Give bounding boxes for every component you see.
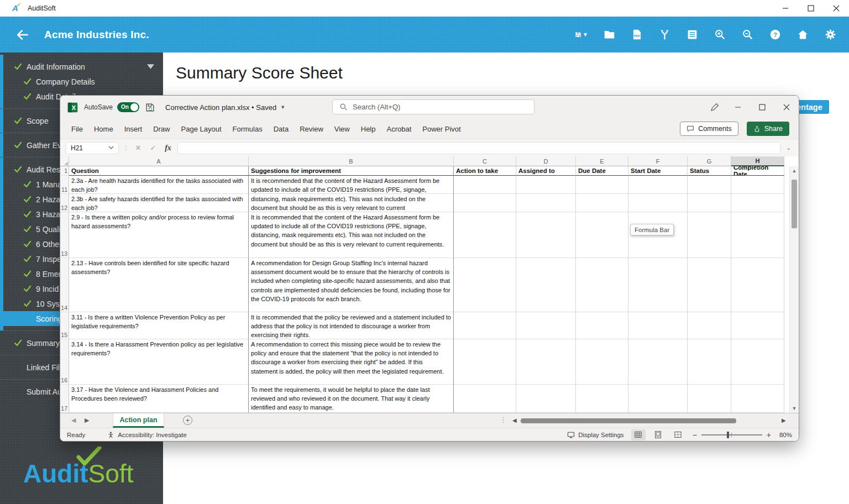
excel-maximize-button[interactable] (750, 96, 774, 119)
cell-F1[interactable]: Start Date (628, 166, 688, 176)
cell-D11[interactable] (516, 176, 576, 194)
cell-H11[interactable] (731, 176, 784, 194)
cell-E11[interactable] (576, 176, 628, 194)
merge-icon[interactable] (658, 28, 671, 41)
ribbon-tab-file[interactable]: File (66, 119, 88, 139)
cell-B11[interactable]: It is recommended that the content of th… (249, 176, 454, 194)
zoom-slider[interactable] (701, 432, 762, 438)
cell-B17[interactable]: To meet the requirements, it would be he… (249, 385, 454, 413)
formula-splitter[interactable]: ⋮ (123, 144, 129, 152)
row-header-1[interactable]: 1 (60, 166, 69, 176)
cell-H16[interactable] (731, 339, 784, 385)
cell-H17[interactable] (731, 385, 784, 413)
cell-F15[interactable] (628, 312, 688, 339)
sheet-prev-icon[interactable]: ◀ (71, 417, 76, 424)
column-header-B[interactable]: B (249, 156, 454, 166)
cell-C11[interactable] (454, 176, 516, 194)
form-icon[interactable] (685, 28, 699, 41)
column-header-H[interactable]: H (731, 156, 784, 166)
sidebar-item-company-details[interactable]: Company Details (0, 74, 163, 89)
autosave-toggle[interactable]: On (117, 102, 139, 112)
cell-E13[interactable] (576, 212, 628, 258)
chevron-down-icon[interactable] (147, 64, 154, 69)
cell-G1[interactable]: Status (688, 166, 731, 176)
cell-H14[interactable] (731, 258, 784, 312)
cell-E12[interactable] (576, 194, 628, 212)
zoom-level[interactable]: 80% (775, 432, 792, 438)
cell-E1[interactable]: Due Date (576, 166, 628, 176)
cell-B14[interactable]: A recommendation for Design Group Staffi… (249, 258, 454, 312)
cell-D1[interactable]: Assigned to (516, 166, 576, 176)
cell-C1[interactable]: Action to take (454, 166, 516, 176)
ribbon-tab-draw[interactable]: Draw (148, 119, 175, 139)
excel-close-button[interactable] (774, 96, 799, 119)
cell-A1[interactable]: Question (69, 166, 249, 176)
insert-function-icon[interactable]: fx (163, 144, 174, 153)
cell-B16[interactable]: A recommendation to correct this missing… (249, 339, 454, 385)
window-minimize-button[interactable] (773, 0, 798, 17)
cell-G12[interactable] (688, 194, 731, 212)
cell-H13[interactable] (731, 212, 784, 258)
ribbon-tab-review[interactable]: Review (294, 119, 329, 139)
cell-A16[interactable]: 3.14 - Is there a Harassment Prevention … (69, 339, 249, 385)
window-close-button[interactable] (824, 0, 849, 17)
cell-C17[interactable] (454, 385, 516, 413)
cell-H15[interactable] (731, 312, 784, 339)
cell-B15[interactable]: It is recommended that the policy be rev… (249, 312, 454, 339)
column-header-E[interactable]: E (576, 156, 628, 166)
zoom-slider-handle[interactable] (727, 432, 729, 438)
excel-minimize-button[interactable] (726, 96, 750, 119)
cell-D12[interactable] (516, 194, 576, 212)
cell-C16[interactable] (454, 339, 516, 385)
cell-G14[interactable] (688, 258, 731, 312)
new-sheet-button[interactable]: + (183, 416, 192, 425)
cell-E14[interactable] (576, 258, 628, 312)
cell-A14[interactable]: 2.13 - Have controls been identified for… (69, 258, 249, 312)
name-box-chevron-icon[interactable] (108, 146, 114, 150)
cell-A11[interactable]: 2.3a - Are health hazards identified for… (69, 176, 249, 194)
pdf-export-icon[interactable]: PDF (630, 28, 643, 41)
cell-E16[interactable] (576, 339, 628, 385)
document-title[interactable]: Corrective Action plan.xlsx • Saved (165, 103, 276, 112)
doc-title-caret-icon[interactable]: ▼ (280, 104, 285, 110)
page-break-view-button[interactable] (671, 429, 685, 440)
cell-G15[interactable] (688, 312, 731, 339)
cell-C13[interactable] (454, 212, 516, 258)
ribbon-tab-power-pivot[interactable]: Power Pivot (417, 119, 466, 139)
ribbon-tab-insert[interactable]: Insert (119, 119, 148, 139)
cell-C12[interactable] (454, 194, 516, 212)
cell-F17[interactable] (628, 385, 688, 413)
ink-pen-icon[interactable] (703, 96, 726, 119)
ribbon-tab-page-layout[interactable]: Page Layout (176, 119, 227, 139)
home-icon[interactable] (796, 28, 809, 41)
cancel-entry-icon[interactable]: ✕ (133, 144, 144, 152)
cell-A13[interactable]: 2.9 - Is there a written policy and/or p… (69, 212, 249, 258)
cell-A12[interactable]: 2.3b - Are safety hazards identified for… (69, 194, 249, 212)
ribbon-tab-acrobat[interactable]: Acrobat (381, 119, 417, 139)
column-header-F[interactable]: F (628, 156, 688, 166)
column-header-C[interactable]: C (454, 156, 516, 166)
scroll-down-icon[interactable]: ▼ (792, 406, 797, 411)
display-settings-button[interactable]: Display Settings (567, 431, 623, 439)
cell-D14[interactable] (516, 258, 576, 312)
zoom-out-button[interactable]: − (693, 431, 697, 439)
status-mode[interactable]: Ready (67, 432, 85, 438)
ribbon-tab-view[interactable]: View (329, 119, 355, 139)
normal-view-button[interactable] (631, 429, 646, 440)
row-header-14[interactable]: 14 (60, 258, 69, 312)
ribbon-tab-formulas[interactable]: Formulas (227, 119, 268, 139)
column-header-A[interactable]: A (69, 156, 249, 166)
cell-C14[interactable] (454, 258, 516, 312)
ribbon-tab-help[interactable]: Help (355, 119, 381, 139)
row-header-16[interactable]: 16 (60, 339, 69, 385)
cell-F11[interactable] (628, 176, 688, 194)
column-header-D[interactable]: D (516, 156, 576, 166)
cell-G13[interactable] (688, 212, 731, 258)
cell-A17[interactable]: 3.17 - Have the Violence and Harassment … (69, 385, 249, 413)
cell-E17[interactable] (576, 385, 628, 413)
cell-B12[interactable]: distancing, mask requirements etc). This… (249, 194, 454, 212)
confirm-entry-icon[interactable]: ✓ (148, 144, 159, 152)
hscroll-right-icon[interactable]: ▶ (782, 417, 786, 423)
cell-E15[interactable] (576, 312, 628, 339)
column-header-G[interactable]: G (688, 156, 731, 166)
